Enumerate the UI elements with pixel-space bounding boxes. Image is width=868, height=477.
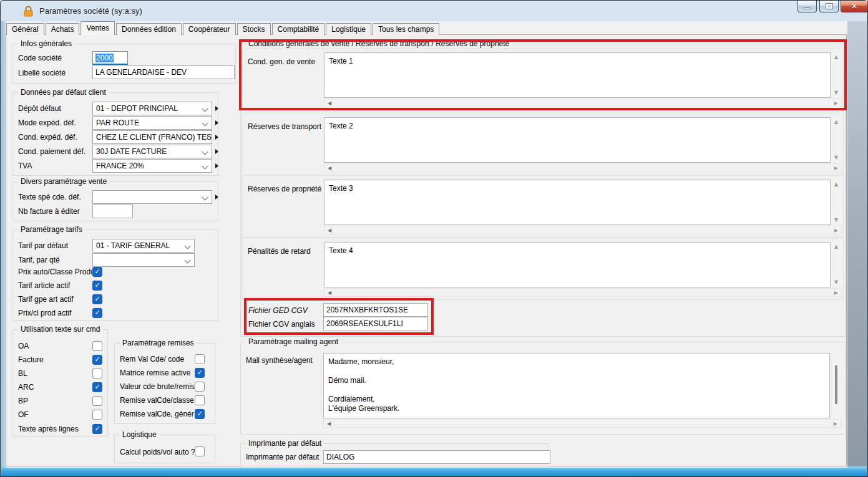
valeur-cde-brute-checkbox[interactable]: ✓: [195, 382, 205, 392]
tva-select[interactable]: FRANCE 20%: [92, 159, 212, 173]
bl-checkbox[interactable]: ✓: [92, 369, 102, 378]
textarea-text: Texte 4: [329, 246, 827, 256]
maximize-button[interactable]: [819, 1, 839, 12]
window-frame-left: [1, 21, 6, 466]
vertical-scrollbar[interactable]: ▲ ▼: [832, 242, 842, 287]
tab-general[interactable]: Général: [6, 23, 44, 35]
tab-comptabilite[interactable]: Comptabilité: [272, 23, 325, 35]
detail-arrow-icon[interactable]: [215, 135, 218, 140]
scroll-right-icon[interactable]: ▶: [834, 228, 838, 233]
horizontal-scrollbar[interactable]: ◀ ▶: [323, 419, 841, 428]
detail-arrow-icon[interactable]: [215, 149, 218, 154]
group-infos-generales: Infos générales Code société 2000 Libell…: [12, 44, 236, 84]
scroll-right-icon[interactable]: ▶: [834, 101, 838, 106]
libelle-societe-label: Libellé société: [18, 69, 66, 77]
vertical-scrollbar[interactable]: ▲ ▼: [832, 52, 842, 98]
tab-ventes[interactable]: Ventes: [80, 21, 115, 35]
scroll-right-icon[interactable]: ▶: [834, 166, 838, 171]
tab-stocks[interactable]: Stocks: [237, 23, 271, 35]
reserves-transport-textarea[interactable]: Texte 2 ▲ ▼ ◀ ▶: [324, 117, 842, 172]
scroll-up-icon[interactable]: ▲: [834, 182, 838, 187]
mail-synthese-textarea[interactable]: Madame, monsieur, Démo mail. Cordialemen…: [323, 353, 841, 428]
tarif-article-checkbox[interactable]: ✓: [92, 281, 102, 291]
group-legend: Données par défaut client: [18, 88, 109, 97]
reserves-propriete-textarea[interactable]: Texte 3 ▲ ▼ ◀ ▶: [324, 180, 842, 234]
tab-bar: Général Achats Ventes Données édition Co…: [6, 21, 439, 35]
group-donnees-defaut-client: Données par défaut client Dépôt défaut 0…: [12, 92, 218, 176]
code-societe-input[interactable]: 2000: [92, 51, 128, 65]
horizontal-scrollbar[interactable]: ◀ ▶: [324, 99, 842, 107]
matrice-remise-checkbox[interactable]: ✓: [195, 368, 205, 378]
select-value: 01 - TARIF GENERAL: [96, 241, 170, 250]
detail-arrow-icon[interactable]: [215, 106, 218, 111]
bp-checkbox[interactable]: ✓: [92, 396, 102, 406]
tab-achats[interactable]: Achats: [46, 23, 80, 35]
texte-apres-lignes-checkbox[interactable]: ✓: [92, 424, 102, 434]
calcul-poids-checkbox[interactable]: ✓: [195, 446, 205, 456]
tarif-gpe-checkbox[interactable]: ✓: [92, 294, 102, 304]
nb-facture-input[interactable]: [92, 205, 133, 218]
vertical-scrollbar[interactable]: [831, 353, 841, 418]
mode-exped-select[interactable]: PAR ROUTE: [92, 116, 212, 130]
remise-valcde-general-checkbox[interactable]: ✓: [195, 409, 205, 419]
horizontal-scrollbar[interactable]: ◀ ▶: [324, 288, 842, 297]
prix-cl-checkbox[interactable]: ✓: [92, 308, 102, 318]
minimize-button[interactable]: [797, 1, 817, 12]
cond-paiement-select[interactable]: 30J DATE FACTURE: [92, 145, 212, 158]
fichier-cgv-anglais-label: Fichier CGV anglais: [248, 320, 315, 329]
tab-cooperateur[interactable]: Coopérateur: [183, 23, 236, 35]
horizontal-scrollbar[interactable]: ◀ ▶: [324, 163, 842, 172]
chevron-down-icon: [185, 258, 191, 264]
reserves-transport-label: Réserves de transport: [248, 122, 321, 131]
scroll-up-icon[interactable]: ▲: [834, 55, 838, 60]
scroll-up-icon[interactable]: ▲: [834, 120, 838, 125]
detail-arrow-icon[interactable]: [215, 195, 218, 200]
depot-defaut-select[interactable]: 01 - DEPOT PRINCIPAL: [92, 102, 212, 115]
remise-valcde-classe-checkbox[interactable]: ✓: [195, 395, 205, 405]
tab-logistique[interactable]: Logistique: [326, 23, 371, 35]
titlebar: Paramètres société (sy:a:sy) ✕: [1, 1, 867, 21]
of-checkbox[interactable]: ✓: [92, 410, 102, 420]
detail-arrow-icon[interactable]: [215, 120, 218, 125]
horizontal-scrollbar[interactable]: ◀ ▶: [324, 226, 842, 234]
fichier-ged-input[interactable]: 2057RNXBFKRTOS1SE: [323, 303, 428, 317]
group-legend: Infos générales: [18, 39, 74, 49]
cond-gen-vente-textarea[interactable]: Texte 1 ▲ ▼ ◀ ▶: [324, 52, 842, 107]
prix-cl-label: Prix/cl prod actif: [18, 309, 71, 317]
scroll-down-icon[interactable]: ▼: [834, 218, 838, 223]
scroll-up-icon[interactable]: ▲: [834, 244, 838, 249]
scroll-right-icon[interactable]: ▶: [834, 291, 838, 296]
oa-checkbox[interactable]: ✓: [92, 341, 102, 351]
scroll-right-icon[interactable]: ▶: [834, 422, 837, 426]
scroll-left-icon[interactable]: ◀: [328, 291, 331, 296]
cond-exped-select[interactable]: CHEZ LE CLIENT (FRANCO) TEST: [92, 130, 212, 144]
tab-tous-les-champs[interactable]: Tous les champs: [373, 23, 439, 35]
scroll-down-icon[interactable]: ▼: [834, 155, 838, 160]
group-utilisation-texte: Utilisation texte sur cmd OA ✓ Facture ✓…: [12, 329, 108, 436]
tarif-defaut-select[interactable]: 01 - TARIF GENERAL: [92, 239, 195, 253]
imprimante-defaut-input[interactable]: DIALOG: [323, 450, 550, 464]
vertical-scrollbar[interactable]: ▲ ▼: [832, 180, 842, 225]
scroll-left-icon[interactable]: ◀: [328, 166, 331, 171]
close-button[interactable]: ✕: [841, 1, 868, 12]
tab-donnees-edition[interactable]: Données édition: [116, 23, 182, 35]
rem-val-cde-checkbox[interactable]: ✓: [195, 354, 205, 364]
scroll-left-icon[interactable]: ◀: [328, 228, 331, 233]
scroll-down-icon[interactable]: ▼: [834, 90, 838, 95]
arc-checkbox[interactable]: ✓: [92, 382, 102, 392]
tarif-qte-select[interactable]: [92, 253, 195, 267]
penalites-retard-textarea[interactable]: Texte 4 ▲ ▼ ◀ ▶: [324, 242, 842, 297]
scroll-left-icon[interactable]: ◀: [328, 101, 331, 106]
detail-arrow-icon[interactable]: [215, 163, 218, 168]
select-value: CHEZ LE CLIENT (FRANCO) TEST: [96, 133, 212, 142]
scroll-down-icon[interactable]: ▼: [834, 280, 838, 285]
libelle-societe-input[interactable]: LA GENELARDAISE - DEV: [92, 65, 235, 79]
scrollbar-thumb[interactable]: [835, 365, 837, 404]
reserves-propriete-row: Réserves de propriété Texte 3 ▲ ▼ ◀ ▶: [242, 175, 844, 238]
prix-auto-checkbox[interactable]: ✓: [92, 267, 102, 277]
texte-spe-select[interactable]: [92, 190, 212, 204]
fichier-cgv-anglais-input[interactable]: 2069RSEAEKSULF1LI: [323, 317, 428, 330]
vertical-scrollbar[interactable]: ▲ ▼: [832, 117, 842, 163]
scroll-left-icon[interactable]: ◀: [327, 422, 331, 426]
facture-checkbox[interactable]: ✓: [92, 355, 102, 365]
